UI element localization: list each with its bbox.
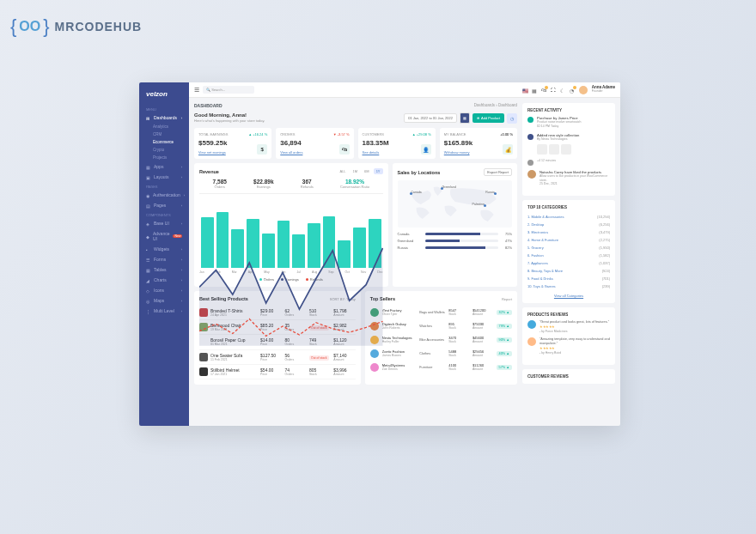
sidebar-item-maps[interactable]: ◎Maps› [139,295,189,306]
activity-item: Purchase by James PriceProduct noise evo… [527,116,610,129]
fullscreen-icon[interactable]: ⛶ [551,88,556,93]
category-row[interactable]: 7. Appliances(1,037) [527,259,610,267]
revenue-card: Revenue ALL1M6M1Y 7,585Orders$22.89kEarn… [194,163,388,287]
product-row[interactable]: Borosil Paper Cup01 Mar 2021$14.00Price8… [199,335,356,349]
revenue-tab-1Y[interactable]: 1Y [374,168,383,174]
greeting-title: Good Morning, Anna! [194,112,265,118]
cart-icon[interactable]: 🛍 [541,88,546,93]
top-sellers-card: Top Sellers Report iTest FactoryOliver T… [365,291,517,385]
revenue-chart [199,199,383,268]
report-dropdown[interactable]: Report [502,297,512,301]
reviews-card: PRODUCTS REVIEWS "Great product and look… [522,307,615,365]
category-row[interactable]: 1. Mobile & Accessories(10,294) [527,213,610,221]
sort-dropdown[interactable]: SORT BY: Today [330,297,356,301]
best-selling-card: Best Selling Products SORT BY: Today Bra… [194,291,361,385]
stat-link[interactable]: View net earnings [198,150,226,155]
hamburger-icon[interactable]: ☰ [194,87,199,94]
sidebar-item-widgets[interactable]: ▪Widgets› [139,244,189,254]
sidebar-item-pages[interactable]: ▤Pages› [139,200,189,210]
logo[interactable]: velzon [139,88,189,105]
seller-row[interactable]: Digitech GalaxyJohn RobertsWatches895Sto… [370,319,512,333]
location-row: Canada75% [398,232,512,236]
sidebar-item-tables[interactable]: ▦Tables› [139,264,189,275]
sidebar-item-base-ui[interactable]: ◈Base UI› [139,218,189,228]
sidebar-item-charts[interactable]: ◢Charts› [139,275,189,285]
sidebar-sub-crm[interactable]: CRM [139,130,189,138]
activity-item: Added new style collectionBy Nesta Techn… [527,133,610,155]
date-icon[interactable]: ▦ [460,112,470,124]
category-row[interactable]: 9. Food & Drinks(701) [527,275,610,282]
sidebar-item-advance-ui[interactable]: ◆Advance UINew [139,228,189,244]
export-report-button[interactable]: Export Report [484,168,512,176]
sidebar-item-authentication[interactable]: ◉Authentication› [139,190,189,200]
sidebar: velzon MENU⊞Dashboards›AnalyticsCRMEcomm… [139,82,189,426]
category-row[interactable]: 2. Desktop(6,256) [527,221,610,228]
stat-card: ORDERS▼ -3.57 %36,894View all orders🛍 [276,128,353,159]
sidebar-sub-analytics[interactable]: Analytics [139,123,189,130]
sidebar-sub-ecommerce[interactable]: Ecommerce [139,138,189,146]
add-product-button[interactable]: ⊕ Add Product [472,113,504,123]
revenue-tab-6M[interactable]: 6M [362,168,372,174]
greeting-row: Good Morning, Anna! Here's what's happen… [194,112,517,124]
view-all-categories-link[interactable]: View all Categories [527,294,610,298]
sidebar-section-label: PAGES [139,182,189,190]
grid-icon[interactable]: ▦ [532,88,537,93]
user-avatar[interactable] [579,86,588,94]
sidebar-item-icons[interactable]: ◇Icons› [139,285,189,295]
category-row[interactable]: 4. Home & Furniture(2,275) [527,236,610,244]
stat-link[interactable]: Withdraw money [444,150,470,155]
stat-card: CUSTOMERS▲ +29.08 %183.35MSee details👤 [358,128,436,159]
sidebar-section-label: COMPONENTS [139,210,189,218]
categories-card: TOP 10 CATEGORIES 1. Mobile & Accessorie… [522,200,615,303]
topbar: ☰ 🔍 Search... 🇺🇸 ▦ 🛍 ⛶ ☾ ◔ Anna Adame Fo… [189,82,620,98]
category-row[interactable]: 10. Toys & Games(239) [527,282,610,290]
flag-icon[interactable]: 🇺🇸 [522,88,527,93]
greeting-subtitle: Here's what's happening with your store … [194,118,265,123]
search-input[interactable]: 🔍 Search... [203,86,254,94]
category-row[interactable]: 8. Beauty, Toys & More(924) [527,267,610,275]
seller-row[interactable]: iTest FactoryOliver TylerBags and Wallet… [370,306,512,319]
product-row[interactable]: Branded T-Shirts24 Apr 2021$29.00Price62… [199,306,356,320]
customer-reviews-card: CUSTOMER REVIEWS [522,369,615,384]
sidebar-sub-projects[interactable]: Projects [139,154,189,161]
stat-card: MY BALANCE+0.00 %$165.89kWithdraw money💰 [440,128,517,159]
stat-link[interactable]: View all orders [280,150,302,155]
seller-row[interactable]: Zoetic FashionJames BowenClothes5488Stoc… [370,347,512,361]
product-row[interactable]: One Seater Sofa11 Feb 2021$127.50Price56… [199,350,356,365]
watermark-logo: {OO} MRCODEHUB [10,15,142,38]
category-row[interactable]: 5. Grocery(1,950) [527,244,610,252]
sidebar-item-layouts[interactable]: ▣Layouts› [139,172,189,182]
stat-card: TOTAL EARNINGS▲ +16.24 %$559.25kView net… [194,128,271,159]
seller-row[interactable]: Meta4SystemsZoe DennisFurniture4100Stock… [370,361,512,374]
stat-link[interactable]: See details [363,150,380,155]
revenue-tab-1M[interactable]: 1M [351,168,361,174]
world-map[interactable]: Canada Greenland Russia Palestine [398,180,512,228]
seller-row[interactable]: Nesta TechnologiesHarley FullerBike Acce… [370,333,512,347]
category-row[interactable]: 6. Fashion(1,582) [527,252,610,259]
activity-item: Natasha Carey have liked the productsAll… [527,170,610,186]
product-row[interactable]: Stillbird Helmet17 Jan 2021$54.00Price74… [199,365,356,379]
bell-icon[interactable]: ◔ [570,88,575,93]
category-row[interactable]: 3. Electronics(3,479) [527,228,610,236]
activity-card: RECENT ACTIVITY Purchase by James PriceP… [522,103,615,196]
sidebar-item-apps[interactable]: ▦Apps› [139,161,189,172]
review-item: "Great product and looks great, lots of … [527,320,610,334]
main-area: ☰ 🔍 Search... 🇺🇸 ▦ 🛍 ⛶ ☾ ◔ Anna Adame Fo… [189,82,620,426]
sidebar-section-label: MENU [139,105,189,112]
date-range-picker[interactable]: 01 Jan, 2022 to 31 Jan, 2022 [404,113,457,123]
app-window: velzon MENU⊞Dashboards›AnalyticsCRMEcomm… [139,82,620,426]
location-row: Russia82% [398,246,512,250]
location-row: Greenland47% [398,239,512,243]
revenue-tab-ALL[interactable]: ALL [337,168,348,174]
sidebar-item-forms[interactable]: ☰Forms› [139,254,189,264]
moon-icon[interactable]: ☾ [560,88,565,93]
user-info[interactable]: Anna Adame Founder [592,86,615,94]
product-row[interactable]: Bentwood Chair19 Mar 2021$85.20Price35Or… [199,320,356,335]
locations-card: Sales by Locations Export Report Canada … [393,163,517,287]
sidebar-item-multi-level[interactable]: ⋮Multi Level› [139,306,189,316]
breadcrumb: DASHBOARD Dashboards › Dashboard [194,103,517,108]
recent-icon-button[interactable]: ◷ [507,113,517,124]
activity-item: +4 12 minutes [527,159,610,166]
sidebar-item-dashboards[interactable]: ⊞Dashboards› [139,112,189,123]
sidebar-sub-crypto[interactable]: Crypto [139,146,189,154]
